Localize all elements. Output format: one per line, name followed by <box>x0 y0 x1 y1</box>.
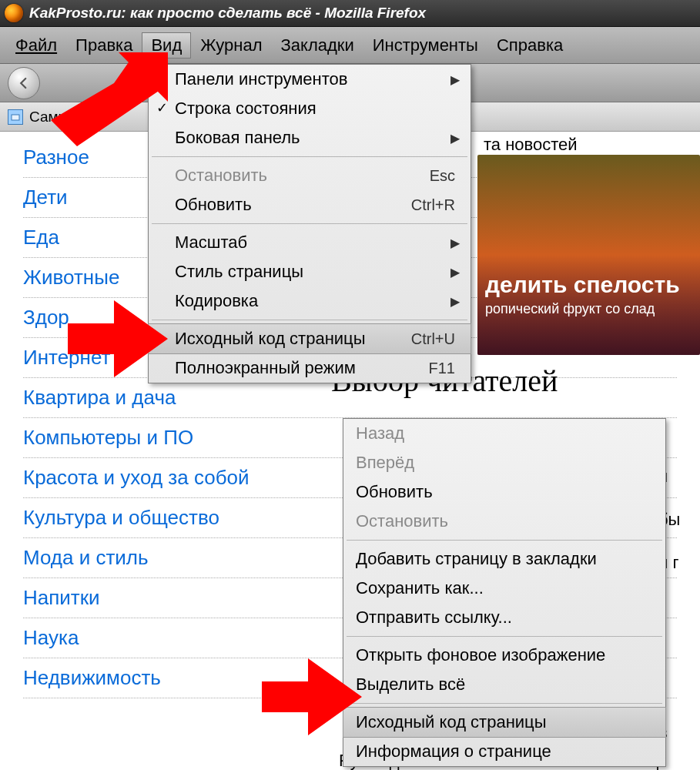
view-menu-dropdown: Панели инструментов▶ ✓ Строка состояния … <box>148 64 471 383</box>
menu-separator <box>152 223 467 224</box>
menu-reload[interactable]: ОбновитьCtrl+R <box>149 190 471 219</box>
menu-bookmarks[interactable]: Закладки <box>272 32 363 59</box>
context-menu: Назад Вперёд Обновить Остановить Добавит… <box>343 418 666 767</box>
menu-toolbars[interactable]: Панели инструментов▶ <box>149 65 471 94</box>
shortcut-label: F11 <box>429 360 460 377</box>
ctx-forward: Вперёд <box>343 448 665 477</box>
menu-sidebar[interactable]: Боковая панель▶ <box>149 123 471 152</box>
annotation-arrow-icon <box>45 46 168 154</box>
hero-banner[interactable]: делить спелость ропический фрукт со слад <box>477 155 700 355</box>
menu-status-bar[interactable]: ✓ Строка состояния <box>149 94 471 123</box>
chevron-left-icon <box>17 76 31 90</box>
ctx-add-bookmark[interactable]: Добавить страницу в закладки <box>343 544 665 574</box>
menu-journal[interactable]: Журнал <box>191 32 271 59</box>
menu-help[interactable]: Справка <box>487 32 572 59</box>
menu-zoom[interactable]: Масштаб▶ <box>149 228 471 257</box>
annotation-arrow-icon <box>68 300 168 385</box>
menu-fullscreen[interactable]: Полноэкранный режимF11 <box>149 353 471 383</box>
chevron-right-icon: ▶ <box>450 131 460 146</box>
ctx-send-link[interactable]: Отправить ссылку... <box>343 603 665 632</box>
ctx-reload[interactable]: Обновить <box>343 477 665 507</box>
menu-tools[interactable]: Инструменты <box>363 32 487 59</box>
ctx-save-as[interactable]: Сохранить как... <box>343 574 665 603</box>
shortcut-label: Esc <box>430 167 460 185</box>
chevron-right-icon: ▶ <box>450 72 460 87</box>
menu-encoding[interactable]: Кодировка▶ <box>149 286 471 316</box>
menu-page-style[interactable]: Стиль страницы▶ <box>149 257 471 286</box>
chevron-right-icon: ▶ <box>450 294 460 309</box>
menu-separator <box>152 156 467 157</box>
annotation-arrow-icon <box>262 658 362 743</box>
ctx-open-bg-image[interactable]: Открыть фоновое изображение <box>343 641 665 670</box>
back-button[interactable] <box>8 67 40 99</box>
window-titlebar: KakProsto.ru: как просто сделать всё - M… <box>0 0 700 27</box>
menu-separator <box>152 320 467 320</box>
svg-marker-4 <box>262 658 362 735</box>
folder-icon <box>8 109 23 125</box>
ctx-select-all[interactable]: Выделить всё <box>343 670 665 699</box>
ctx-page-info[interactable]: Информация о странице <box>343 737 665 766</box>
chevron-right-icon: ▶ <box>450 236 460 250</box>
menu-page-source[interactable]: Исходный код страницыCtrl+U <box>149 324 471 353</box>
ctx-page-source[interactable]: Исходный код страницы <box>343 708 665 737</box>
shortcut-label: Ctrl+R <box>411 196 460 214</box>
menu-stop: ОстановитьEsc <box>149 161 471 190</box>
menu-separator <box>347 540 662 541</box>
ctx-back: Назад <box>343 419 665 448</box>
ctx-stop: Остановить <box>343 507 665 536</box>
hero-title: делить спелость <box>485 272 692 298</box>
menu-separator <box>347 636 662 637</box>
shortcut-label: Ctrl+U <box>411 330 460 348</box>
svg-rect-0 <box>12 115 19 120</box>
news-feed-label: та новостей <box>484 135 578 155</box>
menu-separator <box>347 703 662 704</box>
window-title: KakProsto.ru: как просто сделать всё - M… <box>29 5 426 22</box>
firefox-icon <box>5 4 23 22</box>
svg-marker-3 <box>68 300 168 377</box>
hero-subtitle: ропический фрукт со слад <box>485 301 692 317</box>
chevron-right-icon: ▶ <box>450 265 460 280</box>
